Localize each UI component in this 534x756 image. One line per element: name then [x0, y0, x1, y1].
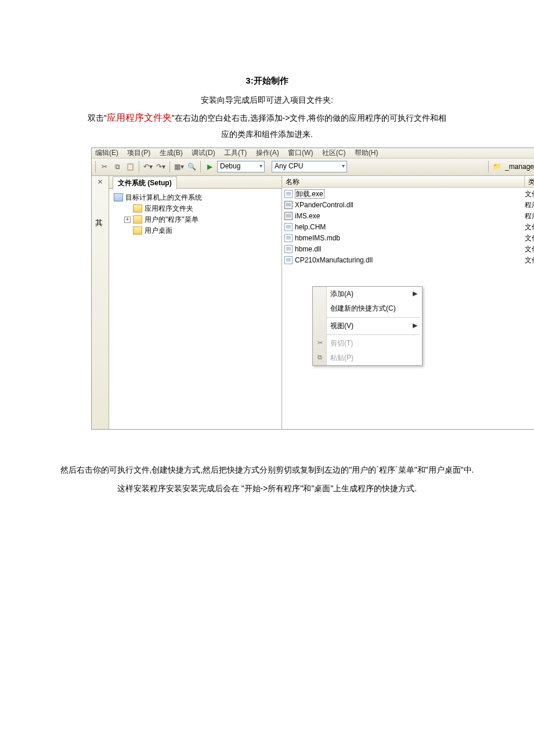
- toolbar-sep: [169, 161, 170, 172]
- toolbar-sep: [200, 161, 201, 172]
- doc-title: 3:开始制作: [12, 75, 522, 87]
- copy-icon[interactable]: ⧉: [112, 161, 122, 172]
- undo-icon[interactable]: ↶▾: [143, 161, 153, 172]
- tab-filesystem[interactable]: 文件系统 (Setup): [113, 177, 177, 190]
- doc-paragraph-2: 这样安装程序安装安装完成后会在 "开始->所有程序"和"桌面"上生成程序的快捷方…: [58, 481, 476, 496]
- menu-label: 添加(A): [330, 289, 353, 299]
- file-type: 文件: [525, 255, 534, 265]
- cut-icon: ✂: [316, 339, 324, 347]
- folder-icon: [133, 215, 142, 224]
- doc-highlight: 应用程序文件夹: [107, 113, 172, 123]
- tree-node-programs-menu[interactable]: + 用户的"程序"菜单: [114, 214, 279, 225]
- menu-build[interactable]: 生成(B): [160, 149, 183, 157]
- doc-paragraph-1: 然后右击你的可执行文件,创建快捷方式,然后把快捷方式分别剪切或复制到左边的"用户…: [58, 462, 476, 478]
- menu-label: 视图(V): [330, 321, 353, 331]
- file-icon: [284, 190, 293, 198]
- file-name: CP210xManufacturing.dll: [295, 256, 522, 264]
- file-type: 程序: [525, 211, 534, 221]
- file-icon: [284, 256, 293, 264]
- menu-label: 创建新的快捷方式(C): [330, 304, 396, 314]
- menu-debug[interactable]: 调试(D): [192, 149, 215, 157]
- toolbar-sep: [139, 161, 139, 172]
- tree-node-label: 用户桌面: [145, 226, 172, 236]
- dll-icon: [284, 212, 293, 220]
- tree-node-desktop[interactable]: 用户桌面: [114, 225, 279, 236]
- start-debug-icon[interactable]: ▶: [204, 161, 215, 172]
- menu-window[interactable]: 窗口(W): [288, 149, 313, 157]
- tree-node-app-folder[interactable]: 应用程序文件夹: [114, 203, 279, 214]
- dll-icon: [284, 201, 293, 209]
- context-menu: 添加(A) ▶ 创建新的快捷方式(C) 视图(V) ▶: [312, 286, 423, 366]
- find-icon[interactable]: 🔍: [186, 161, 197, 172]
- file-row[interactable]: hbmeIMS.mdb 文件: [284, 233, 534, 244]
- left-gutter: ✕ 其: [92, 176, 109, 429]
- menu-add[interactable]: 添加(A) ▶: [313, 287, 422, 301]
- menu-project[interactable]: 项目(P): [127, 149, 150, 157]
- doc-instruction-line-2: 应的类库和组件添加进来.: [12, 128, 522, 142]
- redo-icon[interactable]: ↷▾: [156, 161, 166, 172]
- col-header-name[interactable]: 名称: [282, 176, 525, 187]
- file-grid-panel: 名称 类 卸载.exe 文件 XPanderControl.dll 程序: [282, 176, 534, 429]
- file-type: 文件: [525, 233, 534, 243]
- file-row[interactable]: help.CHM 文件: [284, 222, 534, 233]
- file-row[interactable]: CP210xManufacturing.dll 文件: [284, 255, 534, 266]
- close-panel-icon[interactable]: ✕: [92, 178, 109, 186]
- tree-node-label: 用户的"程序"菜单: [145, 215, 199, 225]
- toolbar-sep: [95, 161, 96, 172]
- file-row[interactable]: hbme.dll 文件: [284, 244, 534, 255]
- paste-icon: ⧉: [316, 354, 324, 362]
- file-row[interactable]: iMS.exe 程序: [284, 211, 534, 222]
- vs-screenshot: 编辑(E) 项目(P) 生成(B) 调试(D) 工具(T) 操作(A) 窗口(W…: [91, 147, 534, 430]
- menu-edit[interactable]: 编辑(E): [95, 149, 118, 157]
- grid-body[interactable]: 卸载.exe 文件 XPanderControl.dll 程序 iMS.exe …: [282, 188, 534, 429]
- file-name: help.CHM: [295, 223, 522, 231]
- tree-root[interactable]: 目标计算机上的文件系统: [114, 192, 279, 203]
- menu-action[interactable]: 操作(A): [256, 149, 279, 157]
- file-name: hbmeIMS.mdb: [295, 234, 522, 242]
- toolbar: ✂ ⧉ 📋 ↶▾ ↷▾ ▦▾ 🔍 ▶ Debug Any CPU 📁 _mana…: [92, 159, 534, 176]
- grid-header: 名称 类: [282, 176, 534, 188]
- config-combo[interactable]: Debug: [217, 161, 265, 172]
- menu-label: 剪切(T): [330, 339, 353, 348]
- tree: 目标计算机上的文件系统 应用程序文件夹 + 用户的"程序"菜单: [109, 189, 282, 429]
- nav-icon[interactable]: ▦▾: [174, 161, 184, 172]
- menu-view[interactable]: 视图(V) ▶: [313, 319, 422, 333]
- cut-icon[interactable]: ✂: [99, 161, 110, 172]
- menu-help[interactable]: 帮助(H): [355, 149, 378, 157]
- paste-icon[interactable]: 📋: [125, 161, 135, 172]
- project-name: _manager: [505, 163, 534, 171]
- file-icon: [284, 223, 293, 231]
- file-type: 程序: [525, 200, 534, 210]
- menu-create-shortcut[interactable]: 创建新的快捷方式(C): [313, 301, 422, 316]
- menu-paste: ⧉ 粘贴(P): [313, 351, 422, 365]
- file-row[interactable]: 卸载.exe 文件: [284, 189, 534, 200]
- submenu-arrow-icon: ▶: [413, 322, 417, 329]
- tree-panel: 文件系统 (Setup) 目标计算机上的文件系统 应用程序文件夹 +: [109, 176, 282, 429]
- menu-separator: [315, 317, 420, 318]
- platform-combo[interactable]: Any CPU: [272, 161, 347, 172]
- menu-tools[interactable]: 工具(T): [224, 149, 247, 157]
- computer-icon: [114, 193, 123, 201]
- file-name: iMS.exe: [295, 212, 522, 220]
- tree-node-label: 应用程序文件夹: [145, 204, 193, 214]
- file-icon: [284, 234, 293, 242]
- doc-intro-line: 安装向导完成后即可进入项目文件夹:: [12, 93, 522, 107]
- project-icon[interactable]: 📁: [492, 161, 503, 172]
- file-row[interactable]: XPanderControl.dll 程序: [284, 200, 534, 211]
- file-type: 文件: [525, 222, 534, 232]
- doc-text-pre: 双击": [88, 113, 107, 123]
- menubar: 编辑(E) 项目(P) 生成(B) 调试(D) 工具(T) 操作(A) 窗口(W…: [92, 148, 534, 159]
- menu-separator: [315, 334, 420, 335]
- menu-community[interactable]: 社区(C): [322, 149, 346, 157]
- col-header-type[interactable]: 类: [525, 176, 534, 187]
- folder-icon: [133, 204, 142, 213]
- toolbar-sep: [488, 161, 489, 172]
- menu-cut: ✂ 剪切(T): [313, 336, 422, 351]
- file-icon: [284, 245, 293, 253]
- folder-icon: [133, 226, 142, 235]
- gutter-label: 其: [95, 218, 103, 228]
- doc-instruction-line: 双击"应用程序文件夹"在右边的空白处右击,选择添加->文件,将你的做的应用程序的…: [12, 110, 522, 125]
- expand-icon[interactable]: +: [124, 217, 131, 223]
- menu-label: 粘贴(P): [330, 353, 353, 363]
- doc-text-post: "在右边的空白处右击,选择添加->文件,将你的做的应用程序的可执行文件和相: [172, 113, 447, 123]
